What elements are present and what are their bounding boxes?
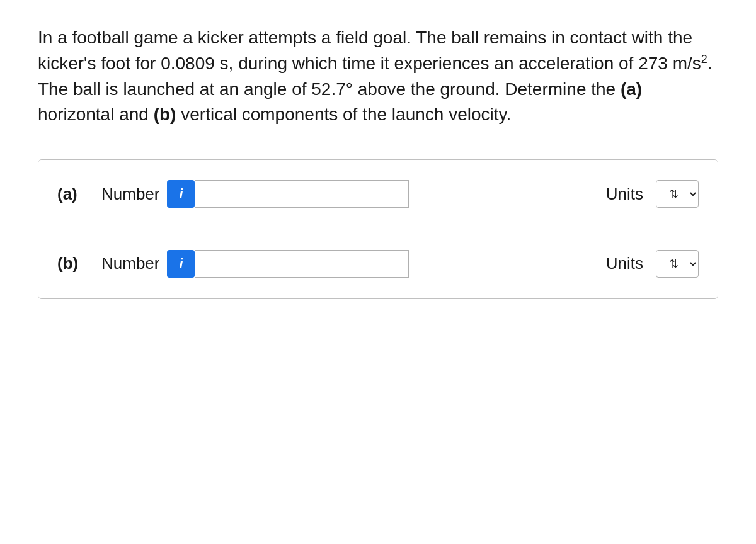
row-b-number-label: Number [101,254,159,273]
row-b-right-group: Units ⇅ m/s km/h ft/s [606,250,699,278]
row-b-input-group: i [167,250,432,278]
row-a-label: (a) [57,184,95,204]
row-b-label: (b) [57,254,95,273]
answer-section: (a) Number i Units ⇅ m/s km/h ft/s (b) N… [38,159,718,299]
row-a-right-group: Units ⇅ m/s km/h ft/s [606,180,699,208]
superscript: 2 [701,53,707,65]
problem-statement: In a football game a kicker attempts a f… [38,25,718,128]
part-b-bold: (b) [154,105,176,124]
row-b-units-select-wrapper[interactable]: ⇅ m/s km/h ft/s [656,250,699,278]
row-a-number-input[interactable] [195,180,409,208]
row-b-units-select[interactable]: ⇅ m/s km/h ft/s [656,251,698,277]
answer-row-b: (b) Number i Units ⇅ m/s km/h ft/s [38,229,718,298]
problem-text-part1: In a football game a kicker attempts a f… [38,28,701,73]
part-a-bold: (a) [621,79,642,99]
row-b-info-button[interactable]: i [167,250,195,278]
row-a-input-group: i [167,180,432,208]
answer-row-a: (a) Number i Units ⇅ m/s km/h ft/s [38,160,718,229]
row-a-info-button[interactable]: i [167,180,195,208]
row-a-units-label: Units [606,184,643,204]
problem-text-part3: horizontal and [38,105,154,124]
row-b-units-label: Units [606,254,643,273]
row-b-number-input[interactable] [195,250,409,278]
row-a-number-label: Number [101,184,159,204]
row-a-units-select[interactable]: ⇅ m/s km/h ft/s [656,181,698,207]
row-a-units-select-wrapper[interactable]: ⇅ m/s km/h ft/s [656,180,699,208]
problem-text-part4: vertical components of the launch veloci… [176,105,511,124]
